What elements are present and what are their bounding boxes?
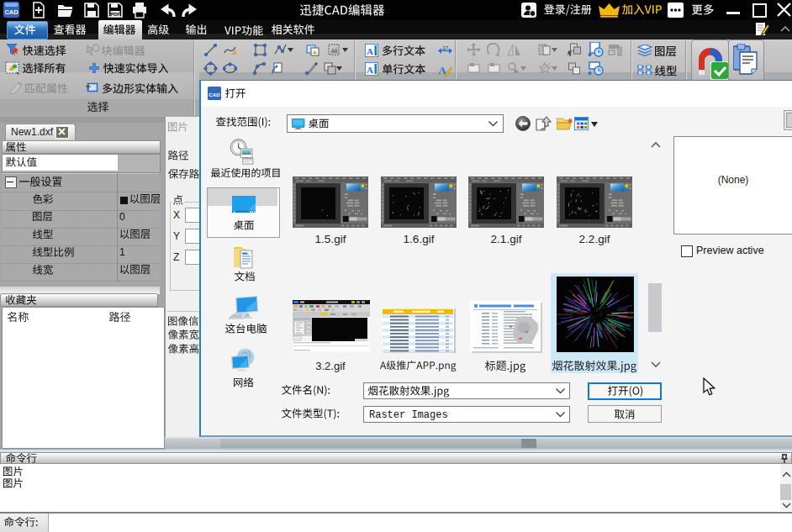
svg-text:CAD: CAD [209, 92, 220, 97]
svg-text:CAD: CAD [4, 8, 18, 16]
svg-text:PDF: PDF [111, 12, 121, 17]
svg-text:17: 17 [442, 45, 448, 50]
svg-text:A: A [367, 65, 373, 75]
svg-text:A: A [367, 46, 373, 56]
